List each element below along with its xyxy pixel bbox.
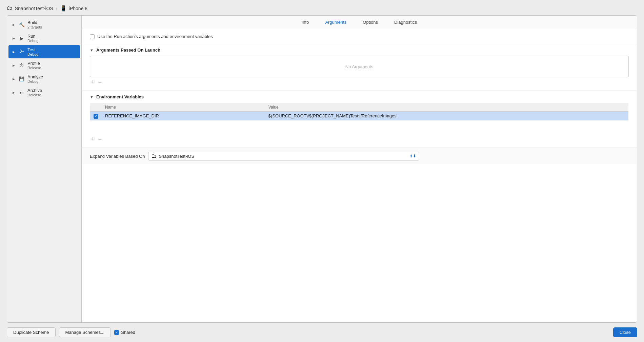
arguments-add-button[interactable]: +	[90, 79, 96, 85]
build-sub: 2 targets	[27, 25, 42, 29]
sidebar: ▶ 🔨 Build 2 targets ▶ ▶ Run Debug	[7, 16, 82, 322]
expand-arrow-analyze: ▶	[13, 77, 16, 81]
sidebar-item-profile[interactable]: ▶ ⏱ Profile Release	[8, 59, 80, 72]
arguments-section: ▼ Arguments Passed On Launch No Argument…	[82, 44, 637, 91]
env-row-value: $(SOURCE_ROOT)/$(PROJECT_NAME)Tests/Refe…	[265, 112, 629, 120]
profile-icon: ⏱	[19, 63, 25, 68]
scheme-editor: ▶ 🔨 Build 2 targets ▶ ▶ Run Debug	[7, 15, 637, 323]
build-icon: 🔨	[19, 22, 25, 27]
archive-sub: Release	[27, 93, 42, 97]
breadcrumb-chevron: ›	[56, 6, 57, 11]
test-label: Test	[27, 47, 38, 52]
tabs-bar: Info Arguments Options Diagnostics	[82, 16, 637, 29]
env-section-content: Name Value ✓ REFERENCE_I	[82, 103, 637, 148]
sidebar-item-analyze[interactable]: ▶ 💾 Analyze Debug	[8, 72, 80, 86]
env-table: Name Value ✓ REFERENCE_I	[90, 103, 629, 134]
device-name: iPhone 8	[69, 6, 87, 11]
device-icon: 📱	[60, 5, 67, 12]
use-run-row: Use the Run action's arguments and envir…	[82, 29, 637, 44]
env-col-check	[90, 103, 102, 112]
sidebar-item-build[interactable]: ▶ 🔨 Build 2 targets	[8, 18, 80, 31]
use-run-label: Use the Run action's arguments and envir…	[97, 34, 213, 39]
env-col-value: Value	[265, 103, 629, 112]
analyze-label: Analyze	[27, 74, 43, 79]
manage-schemes-button[interactable]: Manage Schemes...	[59, 327, 111, 337]
content-panel: Use the Run action's arguments and envir…	[82, 29, 637, 322]
tab-arguments[interactable]: Arguments	[324, 19, 348, 25]
sidebar-item-test[interactable]: ▶ Test Debug	[8, 45, 80, 58]
env-section: ▼ Environment Variables Name Value	[82, 91, 637, 148]
env-row-checkbox[interactable]: ✓	[90, 112, 102, 120]
env-section-title: Environment Variables	[96, 94, 144, 99]
expand-arrow-profile: ▶	[13, 64, 16, 67]
expand-arrow-test: ▶	[13, 50, 16, 54]
run-sub: Debug	[27, 39, 38, 43]
analyze-sub: Debug	[27, 79, 43, 83]
scheme-body: ▶ 🔨 Build 2 targets ▶ ▶ Run Debug	[7, 16, 637, 322]
profile-sub: Release	[27, 66, 41, 70]
expand-vars-value: SnapshotTest-iOS	[159, 154, 407, 159]
arguments-triangle: ▼	[90, 48, 94, 52]
archive-icon: ↩	[19, 90, 25, 95]
expand-arrow-run: ▶	[13, 37, 16, 40]
content-area: Info Arguments Options Diagnostics Use t…	[82, 16, 637, 322]
main-container: ▶ 🔨 Build 2 targets ▶ ▶ Run Debug	[0, 15, 644, 323]
env-table-spacer	[90, 120, 629, 134]
expand-vars-select[interactable]: 🗂 SnapshotTest-iOS ⬆⬇	[148, 152, 419, 160]
archive-label: Archive	[27, 88, 42, 93]
shared-area: ✓ Shared	[114, 330, 135, 335]
expand-arrow-build: ▶	[13, 23, 16, 26]
env-table-header: Name Value	[90, 103, 629, 112]
run-icon: ▶	[19, 36, 25, 41]
no-arguments-text: No Arguments	[345, 64, 373, 69]
arguments-section-header[interactable]: ▼ Arguments Passed On Launch	[82, 44, 637, 56]
env-section-header[interactable]: ▼ Environment Variables	[82, 91, 637, 103]
arguments-table-actions: + −	[90, 77, 629, 87]
analyze-icon: 💾	[19, 76, 25, 81]
test-sub: Debug	[27, 52, 38, 56]
env-triangle: ▼	[90, 95, 94, 99]
env-checkbox-checked: ✓	[94, 114, 98, 119]
title-bar: 🗂 SnapshotTest-iOS › 📱 iPhone 8	[0, 0, 644, 15]
arguments-remove-button[interactable]: −	[97, 79, 103, 85]
sidebar-item-run[interactable]: ▶ ▶ Run Debug	[8, 32, 80, 45]
tab-diagnostics[interactable]: Diagnostics	[393, 19, 418, 25]
env-row-name: REFERENCE_IMAGE_DIR	[102, 112, 265, 120]
shared-checkbox[interactable]: ✓	[114, 330, 119, 335]
shared-label: Shared	[121, 330, 135, 335]
use-run-checkbox[interactable]	[90, 34, 95, 39]
env-table-actions: + −	[90, 134, 629, 144]
project-icon: 🗂	[7, 5, 13, 12]
tab-info[interactable]: Info	[300, 19, 310, 25]
run-label: Run	[27, 34, 38, 39]
table-row[interactable]: ✓ REFERENCE_IMAGE_DIR $(SOURCE_ROOT)/$(P…	[90, 112, 629, 120]
test-icon	[19, 49, 25, 55]
sidebar-item-archive[interactable]: ▶ ↩ Archive Release	[8, 86, 80, 99]
expand-vars-row: Expand Variables Based On 🗂 SnapshotTest…	[82, 148, 637, 164]
profile-label: Profile	[27, 61, 41, 66]
close-button[interactable]: Close	[613, 327, 637, 337]
env-add-button[interactable]: +	[90, 136, 96, 142]
no-arguments-row: No Arguments	[90, 56, 628, 77]
expand-arrow-archive: ▶	[13, 91, 16, 94]
bottom-bar: Duplicate Scheme Manage Schemes... ✓ Sha…	[0, 323, 644, 342]
expand-vars-label: Expand Variables Based On	[90, 154, 145, 159]
project-name: SnapshotTest-iOS	[15, 6, 53, 11]
duplicate-scheme-button[interactable]: Duplicate Scheme	[7, 327, 56, 337]
env-col-name: Name	[102, 103, 265, 112]
expand-vars-project-icon: 🗂	[151, 153, 157, 159]
env-remove-button[interactable]: −	[97, 136, 103, 142]
expand-vars-arrows-icon: ⬆⬇	[409, 154, 416, 158]
tab-options[interactable]: Options	[361, 19, 379, 25]
arguments-section-content: No Arguments + −	[82, 56, 637, 91]
build-label: Build	[27, 20, 42, 25]
arguments-section-title: Arguments Passed On Launch	[96, 48, 160, 53]
arguments-table-box: No Arguments	[90, 56, 629, 77]
